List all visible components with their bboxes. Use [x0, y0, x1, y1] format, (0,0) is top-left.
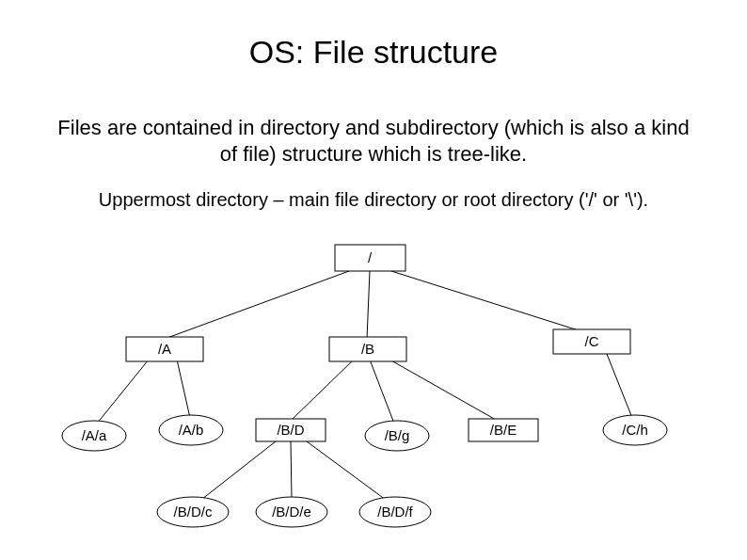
node-a-a-label: /A/a — [82, 427, 107, 443]
node-be-label: /B/E — [490, 422, 517, 438]
svg-line-2 — [391, 271, 584, 332]
node-c-label: /C — [585, 333, 599, 349]
svg-line-1 — [367, 271, 370, 339]
svg-line-10 — [291, 441, 292, 499]
svg-line-9 — [198, 441, 276, 503]
node-bdc-label: /B/D/c — [174, 504, 213, 520]
svg-line-4 — [177, 360, 190, 418]
node-bde-label: /B/D/e — [272, 504, 311, 520]
node-b-label: /B — [361, 341, 374, 357]
svg-line-5 — [293, 360, 354, 419]
page-title: OS: File structure — [0, 34, 747, 71]
svg-line-7 — [389, 360, 496, 420]
node-bdf-label: /B/D/f — [377, 504, 413, 520]
node-bd-label: /B/D — [277, 422, 304, 438]
node-ch-label: /C/h — [622, 422, 648, 438]
root-directory-paragraph: Uppermost directory – main file director… — [56, 188, 691, 212]
svg-line-8 — [605, 349, 632, 418]
node-bg-label: /B/g — [385, 427, 410, 443]
node-a-b-label: /A/b — [179, 422, 204, 438]
file-tree-diagram: / /A /B /C /A/a /A/b /B/D /B/g /B/E /C/h… — [0, 235, 747, 555]
svg-line-3 — [97, 360, 149, 424]
description-paragraph: Files are contained in directory and sub… — [56, 115, 691, 167]
node-a-label: /A — [158, 341, 171, 357]
svg-line-11 — [307, 441, 389, 503]
svg-line-0 — [165, 271, 349, 339]
svg-line-6 — [370, 360, 394, 424]
